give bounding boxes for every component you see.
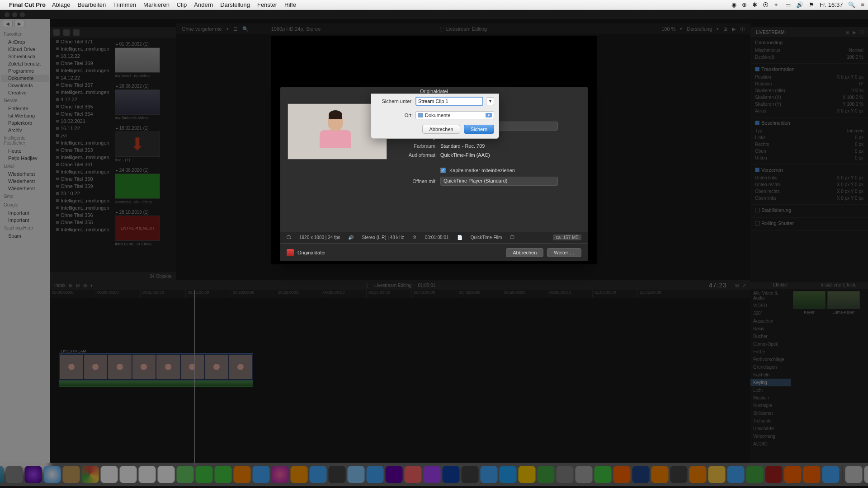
view-menu[interactable]: Darstellung [687, 26, 712, 32]
dock-finder-icon[interactable] [0, 466, 4, 483]
dock-app-icon[interactable] [613, 466, 631, 483]
effect-category[interactable]: Farbe [750, 348, 791, 356]
tool-icon[interactable]: ⤢ [742, 283, 746, 288]
window-zoom-icon[interactable] [20, 12, 25, 17]
inspector-tab-icon[interactable]: ⊞ [845, 30, 849, 35]
dock-app-icon[interactable] [708, 466, 726, 483]
effect-category[interactable]: Alle Video & Audio [750, 289, 791, 302]
menu-markieren[interactable]: Markieren [143, 1, 170, 8]
dock-vlc-icon[interactable] [689, 466, 707, 483]
browser-clip-list[interactable]: Ohne Titel 371 Intelligent...mmlungen 18… [50, 38, 113, 280]
dock-appstore-icon[interactable] [253, 466, 270, 483]
sidebar-item[interactable]: Heute [1, 147, 49, 155]
dock-evernote-icon[interactable] [746, 466, 764, 483]
effect-category[interactable]: Basis [750, 325, 791, 333]
spotlight-icon[interactable]: 🔍 [848, 1, 855, 8]
viewer-tool-icon[interactable]: ⓘ [740, 26, 745, 33]
clip-thumbnail[interactable]: ⬇ [115, 131, 160, 157]
effect-category[interactable]: Grundlagen [750, 363, 791, 371]
dock-app-icon[interactable] [576, 466, 593, 483]
effect-category[interactable]: Nostalgie [750, 402, 791, 409]
sidebar-item[interactable]: Programme [1, 67, 49, 75]
dock-safari-icon[interactable] [44, 466, 61, 483]
dock-downloads-icon[interactable] [845, 466, 863, 483]
window-close-icon[interactable] [5, 12, 9, 17]
back-button[interactable]: ◀ [3, 20, 13, 27]
section-checkbox[interactable] [755, 208, 760, 212]
disclosure-button[interactable]: ▾ [486, 97, 494, 105]
export-cancel-button[interactable]: Abbrechen [506, 248, 543, 257]
menu-fenster[interactable]: Fenster [257, 1, 277, 8]
dock-app-icon[interactable] [310, 466, 327, 483]
dock-maps-icon[interactable] [177, 466, 194, 483]
inspector-tab-icon[interactable]: ⓘ [860, 29, 864, 35]
filter-icon[interactable]: ☰ [233, 26, 238, 32]
dock-calendar-icon[interactable] [120, 466, 137, 483]
tool-icon[interactable]: ▾ [90, 283, 93, 288]
menu-bearbeiten[interactable]: Bearbeiten [77, 1, 106, 8]
sidebar-item[interactable]: AirDrop [1, 38, 49, 46]
flag-icon[interactable]: ⚑ [809, 1, 814, 8]
sidebar-item[interactable]: Wiederherst [1, 170, 49, 178]
viewer-tool-icon[interactable]: ⊞ [723, 26, 727, 32]
openwith-dropdown[interactable]: QuickTime Player (Standard) [440, 177, 558, 186]
keyword-icon[interactable] [73, 29, 80, 36]
inspector-tab-icon[interactable]: ▶ [853, 30, 856, 35]
timeline[interactable]: 00:00:00:0000:05:00:0000:10:00:0000:15:0… [50, 290, 750, 471]
menubar-clock[interactable]: Fr. 16:37 [820, 1, 843, 8]
clip-thumbnail[interactable] [115, 47, 160, 73]
dock-app-icon[interactable] [557, 466, 574, 483]
effects-categories[interactable]: Alle Video & Audio VIDEO 360° Aussehen B… [750, 289, 791, 471]
import-icon[interactable] [63, 29, 70, 36]
dock-app-icon[interactable] [727, 466, 745, 483]
sidebar-item[interactable]: Spam [1, 232, 49, 239]
menu-trimmen[interactable]: Trimmen [113, 1, 136, 8]
playhead[interactable] [194, 290, 195, 471]
dock-app-icon[interactable] [329, 466, 346, 483]
clip-thumbnail[interactable] [115, 89, 160, 115]
timecode[interactable]: 47:23 [709, 282, 727, 289]
dock-app-icon[interactable] [632, 466, 650, 483]
menu-aendern[interactable]: Ändern [194, 1, 213, 8]
chevron-down-icon[interactable]: ▾ [717, 27, 719, 31]
sidebar-item[interactable]: Entfernte [1, 105, 49, 112]
effect-category[interactable]: Masken [750, 394, 791, 402]
dock-app-icon[interactable] [348, 466, 365, 483]
save-confirm-button[interactable]: Sichern [464, 125, 494, 134]
dock-notes-icon[interactable] [139, 466, 156, 483]
browser-thumbnails[interactable]: ▸ 01.09.2022 (1) my-head...ng-video ▸ 26… [113, 38, 176, 280]
dock-messages-icon[interactable] [196, 466, 213, 483]
menu-darstellung[interactable]: Darstellung [220, 1, 250, 8]
dock-photoshop-icon[interactable] [443, 466, 460, 483]
dock-app-icon[interactable] [538, 466, 555, 483]
dock-ibooks-icon[interactable] [291, 466, 308, 483]
sidebar-item[interactable]: Important [1, 216, 49, 224]
dock-launchpad-icon[interactable] [6, 466, 23, 483]
library-dropdown[interactable]: Ohne vorgeformte [182, 26, 222, 32]
effect-category[interactable]: Unschärfe [750, 425, 791, 432]
menu-clip[interactable]: Clip [177, 1, 187, 8]
effect-category[interactable]: 360° [750, 310, 791, 317]
sidebar-item[interactable]: Schreibtisch [1, 53, 49, 60]
status-icon[interactable]: ⊕ [742, 1, 747, 8]
sidebar-item[interactable]: Creative [1, 89, 49, 96]
clip-thumbnail[interactable] [115, 174, 160, 199]
dock-siri-icon[interactable] [25, 466, 42, 483]
sidebar-item[interactable]: Zuletzt benutzt [1, 60, 49, 67]
dock-chrome-icon[interactable] [82, 466, 99, 483]
effect-category[interactable]: Keying [750, 379, 791, 386]
effect-category[interactable]: Farbvorschläge [750, 356, 791, 363]
menu-ablage[interactable]: Ablage [52, 1, 70, 8]
section-checkbox[interactable] [755, 221, 760, 225]
tool-icon[interactable]: ⊞ [735, 283, 739, 288]
effect-category[interactable]: Tiefpunkt [750, 417, 791, 425]
index-button[interactable]: Index [54, 283, 65, 288]
forward-button[interactable]: ▶ [14, 20, 24, 27]
effect-category[interactable]: Licht [750, 386, 791, 394]
dock-photos-icon[interactable] [101, 466, 118, 483]
effect-preset[interactable]: Keyer [793, 291, 826, 314]
status-icon[interactable]: ✱ [752, 1, 757, 8]
dock-contacts-icon[interactable] [63, 466, 80, 483]
section-checkbox[interactable] [755, 67, 760, 71]
clip-thumbnail[interactable]: ENTREPRENEUR [115, 216, 160, 241]
